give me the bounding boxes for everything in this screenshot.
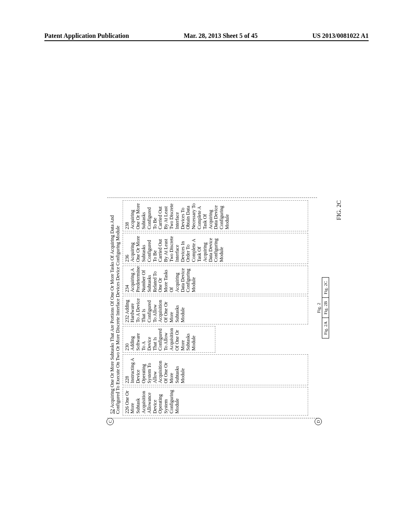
- module-236: 236 Acquiring One Or More Subtasks Confi…: [123, 233, 308, 264]
- pub-type: Patent Application Publication: [44, 32, 129, 39]
- module-238-text: 238 Acquiring One Or More Subtasks Confi…: [124, 203, 230, 229]
- figure-number: FIG. 2C: [336, 200, 342, 220]
- module-234: 234 Acquiring A Predetermined Number Of …: [123, 266, 308, 294]
- module-228-subs: 230 Adding Software To A Device That Is …: [123, 326, 308, 353]
- module-232: 232 Adding Hardware To A Device That Is …: [123, 296, 308, 324]
- legend-item-2b: Fig. 2B: [322, 297, 329, 318]
- module-228-text: 228 Instructing A Device Operating Syste…: [125, 356, 186, 383]
- module-230: 230 Adding Software To A Device That Is …: [123, 326, 216, 353]
- outer-module-title: 52 Acquiring One Or More Subtasks That A…: [110, 202, 121, 414]
- outer-module-title-text: Acquiring One Or More Subtasks That Are …: [109, 215, 121, 414]
- module-234-text: 234 Acquiring A Predetermined Number Of …: [124, 266, 197, 292]
- outer-module-box: C D 52 Acquiring One Or More Subtasks Th…: [107, 197, 317, 418]
- figure-legend: Fig. 2 Fig. 2A Fig. 2B Fig. 2C: [316, 277, 329, 339]
- legend-row: Fig. 2A Fig. 2B Fig. 2C: [322, 277, 329, 339]
- modules-row: 226 One Or More Subtask Acquisition Allo…: [123, 200, 308, 416]
- pub-number: US 2013/0081022 A1: [312, 32, 369, 39]
- module-230-text: 230 Adding Software To A Device That Is …: [124, 328, 197, 351]
- legend-item-2c: Fig. 2C: [322, 278, 329, 297]
- module-226-text: 226 One Or More Subtask Acquisition Allo…: [124, 390, 180, 414]
- connector-c: C: [106, 418, 114, 425]
- page-header: Patent Application Publication Mar. 28, …: [44, 32, 369, 41]
- legend-item-2a: Fig. 2A: [322, 318, 329, 338]
- outer-module-ref: 52: [109, 409, 115, 414]
- drawing-sheet: C D 52 Acquiring One Or More Subtasks Th…: [107, 193, 333, 418]
- module-226: 226 One Or More Subtask Acquisition Allo…: [123, 387, 308, 416]
- module-228: 228 Instructing A Device Operating Syste…: [123, 354, 308, 385]
- module-238: 238 Acquiring One Or More Subtasks Confi…: [123, 200, 308, 231]
- module-236-text: 236 Acquiring One Or More Subtasks Confi…: [124, 236, 225, 262]
- connector-d: D: [315, 418, 322, 425]
- module-232-text: 232 Adding Hardware To A Device That Is …: [124, 298, 186, 322]
- pub-date-sheet: Mar. 28, 2013 Sheet 5 of 45: [184, 32, 257, 39]
- legend-title: Fig. 2: [316, 303, 321, 313]
